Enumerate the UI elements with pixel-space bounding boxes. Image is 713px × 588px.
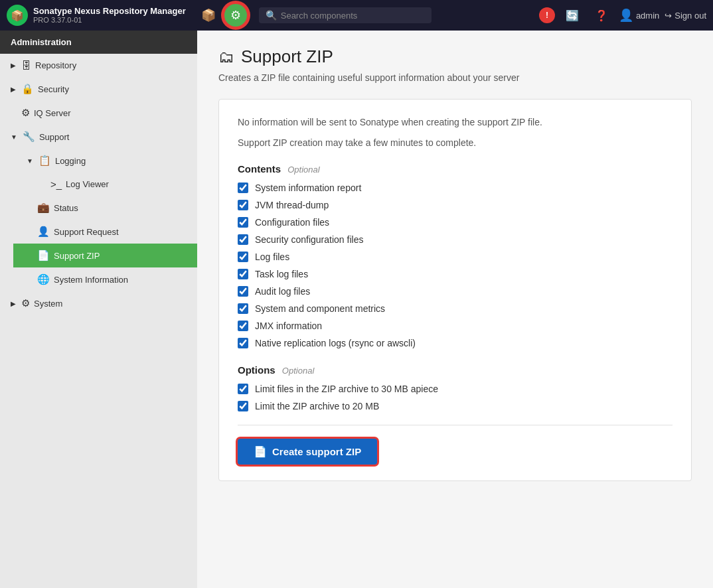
sidebar-support-sub: ▼ 📋 Logging >_ Log Viewer ▶ 💼 Status ▶ — [0, 149, 197, 291]
checkbox-log-files-label: Log files — [255, 252, 289, 262]
checkbox-security-config-label: Security configuration files — [255, 234, 363, 245]
checkbox-limit-files-input[interactable] — [238, 384, 248, 394]
sidebar-item-status[interactable]: ▶ 💼 Status — [13, 196, 197, 220]
checkbox-audit-log-input[interactable] — [238, 286, 248, 297]
checkbox-task-log-label: Task log files — [255, 269, 308, 279]
refresh-icon[interactable]: 🔄 — [560, 3, 584, 27]
arrow-icon: ▼ — [11, 133, 17, 141]
signout-icon: ↪ — [665, 11, 672, 21]
sidebar-logging-sub: >_ Log Viewer — [13, 173, 197, 196]
support-request-icon: 👤 — [37, 226, 50, 238]
user-icon: 👤 — [619, 8, 633, 23]
support-zip-icon: 📄 — [37, 250, 50, 261]
log-viewer-icon: >_ — [50, 179, 62, 190]
sidebar-item-label: System Information — [54, 275, 128, 285]
app-name: Sonatype Nexus Repository Manager — [33, 6, 186, 17]
app-edition: PRO 3.37.0-01 — [33, 16, 186, 25]
sidebar-item-label: Logging — [55, 156, 86, 166]
arrow-icon: ▼ — [27, 157, 33, 165]
help-icon[interactable]: ❓ — [590, 3, 613, 27]
arrow-icon: ▶ — [11, 86, 16, 93]
checkbox-replication-label: Native replication logs (rsync or awscli… — [255, 338, 416, 348]
sidebar-item-label: Log Viewer — [66, 179, 109, 189]
options-optional: Optional — [282, 366, 314, 376]
checkbox-jvm-label: JVM thread-dump — [255, 200, 329, 210]
sidebar-item-system[interactable]: ▶ ⚙ System — [0, 291, 197, 315]
sidebar-item-label: Security — [38, 84, 69, 94]
checkbox-jmx: JMX information — [238, 321, 673, 331]
checkbox-replication: Native replication logs (rsync or awscli… — [238, 338, 673, 348]
checkbox-config: Configuration files — [238, 217, 673, 228]
checkbox-limit-zip: Limit the ZIP archive to 20 MB — [238, 401, 673, 411]
page-title-icon: 🗂 — [218, 48, 234, 66]
info-line-2: Support ZIP creation may take a few minu… — [238, 136, 673, 150]
checkbox-log-files-input[interactable] — [238, 252, 248, 262]
sidebar: Administration ▶ 🗄 Repository ▶ 🔒 Securi… — [0, 31, 197, 588]
iq-icon: ⚙ — [21, 107, 30, 119]
security-icon: 🔒 — [21, 83, 34, 95]
sidebar-item-log-viewer[interactable]: >_ Log Viewer — [40, 173, 197, 196]
checkbox-jmx-label: JMX information — [255, 321, 322, 331]
page-subtitle: Creates a ZIP file containing useful sup… — [218, 72, 692, 83]
checkbox-sysinfo: System information report — [238, 183, 673, 193]
status-icon: 💼 — [37, 202, 50, 214]
checkbox-jvm-input[interactable] — [238, 200, 248, 210]
sidebar-item-support-request[interactable]: ▶ 👤 Support Request — [13, 220, 197, 244]
alert-badge[interactable]: ! — [539, 7, 555, 23]
info-line-1: No information will be sent to Sonatype … — [238, 115, 673, 129]
sidebar-item-label: Support Request — [54, 227, 119, 237]
logging-icon: 📋 — [39, 155, 51, 167]
main-content: 🗂 Support ZIP Creates a ZIP file contain… — [197, 31, 713, 588]
checkbox-task-log-input[interactable] — [238, 269, 248, 279]
contents-optional: Optional — [287, 165, 319, 175]
sidebar-item-support[interactable]: ▼ 🔧 Support — [0, 125, 197, 149]
sidebar-item-label: Status — [54, 203, 78, 213]
topnav: 📦 Sonatype Nexus Repository Manager PRO … — [0, 0, 713, 31]
checkbox-metrics-label: System and component metrics — [255, 303, 385, 314]
sidebar-item-repository[interactable]: ▶ 🗄 Repository — [0, 54, 197, 77]
checkbox-sysinfo-input[interactable] — [238, 183, 248, 193]
checkbox-audit-log: Audit log files — [238, 286, 673, 297]
checkbox-limit-files: Limit files in the ZIP archive to 30 MB … — [238, 384, 673, 394]
checkbox-replication-input[interactable] — [238, 338, 248, 348]
checkbox-config-input[interactable] — [238, 217, 248, 228]
layout: Administration ▶ 🗄 Repository ▶ 🔒 Securi… — [0, 31, 713, 588]
options-label: Options — [238, 364, 276, 376]
user-label: admin — [636, 11, 659, 21]
browse-icon[interactable]: 📦 — [197, 3, 220, 27]
sidebar-item-iq-server[interactable]: ▶ ⚙ IQ Server — [0, 101, 197, 125]
logo-icon: 📦 — [7, 5, 28, 26]
arrow-icon: ▶ — [11, 62, 16, 69]
sidebar-item-security[interactable]: ▶ 🔒 Security — [0, 77, 197, 101]
create-support-zip-button[interactable]: 📄 Create support ZIP — [238, 439, 377, 465]
content-card: No information will be sent to Sonatype … — [218, 99, 692, 481]
checkbox-audit-log-label: Audit log files — [255, 286, 310, 297]
sidebar-item-label: IQ Server — [34, 108, 71, 118]
sidebar-item-system-information[interactable]: ▶ 🌐 System Information — [13, 267, 197, 291]
contents-section-title: Contents Optional — [238, 163, 673, 175]
checkbox-config-label: Configuration files — [255, 217, 329, 228]
arrow-icon: ▶ — [11, 300, 16, 307]
system-icon: ⚙ — [21, 297, 30, 309]
search-input[interactable] — [281, 11, 425, 21]
page-title-text: Support ZIP — [241, 46, 333, 67]
sidebar-header: Administration — [0, 31, 197, 54]
signout-button[interactable]: ↪ Sign out — [665, 11, 706, 21]
checkbox-security-config-input[interactable] — [238, 234, 248, 245]
sidebar-item-support-zip[interactable]: ▶ 📄 Support ZIP — [13, 244, 197, 267]
settings-icon[interactable]: ⚙ — [223, 3, 248, 28]
checkbox-metrics: System and component metrics — [238, 303, 673, 314]
system-info-icon: 🌐 — [37, 273, 50, 285]
search-box[interactable]: 🔍 — [259, 7, 432, 23]
sidebar-item-label: Support ZIP — [54, 251, 100, 261]
create-btn-icon: 📄 — [254, 445, 267, 458]
divider — [238, 425, 673, 425]
search-icon: 🔍 — [266, 10, 277, 21]
checkbox-metrics-input[interactable] — [238, 303, 248, 314]
sidebar-item-logging[interactable]: ▼ 📋 Logging — [13, 149, 197, 173]
sidebar-item-label: System — [34, 299, 62, 309]
checkbox-jmx-input[interactable] — [238, 321, 248, 331]
sidebar-item-label: Support — [39, 132, 70, 142]
user-menu[interactable]: 👤 admin — [619, 8, 659, 23]
checkbox-limit-zip-input[interactable] — [238, 401, 248, 411]
